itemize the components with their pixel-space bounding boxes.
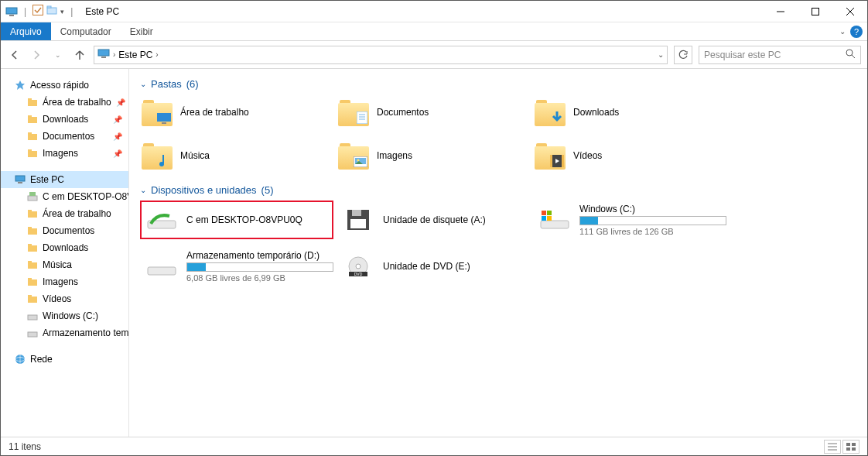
device-unidade-de-disquete-a-[interactable]: Unidade de disquete (A:) [337, 201, 530, 239]
tab-view[interactable]: Exibir [121, 22, 162, 40]
folder-icon [338, 140, 369, 171]
pin-icon: 📌 [113, 149, 122, 158]
folder-label: Música [180, 150, 210, 161]
minimize-button[interactable] [763, 1, 798, 22]
star-icon [15, 80, 26, 91]
folder-icon [27, 225, 38, 236]
folder-icon [27, 259, 38, 270]
svg-rect-43 [157, 113, 171, 122]
ribbon-expand-icon[interactable]: ⌄ [839, 27, 846, 36]
folder-imagens[interactable]: Imagens [337, 138, 530, 173]
address-dropdown-icon[interactable]: ⌄ [658, 50, 664, 59]
folder--rea-de-trabalho[interactable]: Área de trabalho [140, 94, 333, 130]
svg-rect-26 [28, 211, 37, 218]
svg-rect-15 [28, 98, 32, 100]
folder-m-sica[interactable]: Música [140, 138, 333, 173]
sidebar-item-v-deos[interactable]: Vídeos [1, 290, 128, 307]
sidebar-item-label: C em DESKTOP-O8VPU0Q [43, 191, 129, 202]
titlebar: | ▾ | Este PC [1, 1, 867, 22]
chevron-right-icon[interactable]: › [155, 50, 158, 59]
search-input[interactable]: Pesquisar este PC [699, 46, 861, 64]
window-controls [763, 1, 867, 22]
qat-checkbox-icon[interactable] [32, 5, 43, 18]
sidebar-item-área-de-trabalho[interactable]: Área de trabalho📌 [1, 94, 128, 111]
device-unidade-de-dvd-e-[interactable]: DVDUnidade de DVD (E:) [337, 247, 530, 286]
folder-label: Imagens [377, 150, 412, 161]
svg-rect-38 [28, 315, 37, 320]
tab-file[interactable]: Arquivo [1, 22, 51, 40]
up-button[interactable] [72, 47, 87, 63]
sidebar-quick-access[interactable]: Acesso rápido [1, 77, 128, 94]
folder-downloads[interactable]: Downloads [533, 94, 726, 130]
sidebar-item-m-sica[interactable]: Música [1, 256, 128, 273]
svg-point-68 [356, 264, 361, 269]
section-devices-header[interactable]: ⌄ Dispositivos e unidades (5) [140, 184, 856, 196]
sidebar-item-armazenamento-tempor-rio-d-[interactable]: Armazenamento temporário (D:) [1, 324, 128, 341]
recent-dropdown[interactable]: ⌄ [50, 47, 66, 63]
svg-rect-39 [28, 332, 37, 337]
tab-computer[interactable]: Computador [51, 22, 121, 40]
section-folders-header[interactable]: ⌄ Pastas (6) [140, 78, 856, 90]
svg-rect-24 [28, 196, 37, 201]
sidebar-item-downloads[interactable]: Downloads [1, 239, 128, 256]
sidebar-item--rea-de-trabalho[interactable]: Área de trabalho [1, 205, 128, 222]
address-bar[interactable]: › Este PC › ⌄ [94, 46, 668, 64]
hdd-icon [146, 255, 177, 278]
sidebar-item-windows-c-[interactable]: Windows (C:) [1, 307, 128, 324]
close-button[interactable] [832, 1, 867, 22]
sidebar-item-documentos[interactable]: Documentos [1, 222, 128, 239]
folder-v-deos[interactable]: Vídeos [533, 138, 726, 173]
device-c-em-desktop-o8vpu0q[interactable]: C em DESKTOP-O8VPU0Q [140, 201, 333, 239]
sidebar-item-label: Imagens [43, 276, 78, 287]
folder-label: Vídeos [573, 150, 602, 161]
search-placeholder: Pesquisar este PC [704, 50, 781, 60]
sidebar-item-downloads[interactable]: Downloads📌 [1, 111, 128, 128]
titlebar-left: | ▾ | Este PC [1, 5, 119, 18]
section-count: (5) [261, 184, 274, 196]
view-details-button[interactable] [824, 440, 841, 454]
folder-icon [27, 97, 38, 108]
svg-rect-55 [562, 155, 564, 167]
qat-separator: | [24, 6, 26, 17]
svg-rect-66 [148, 267, 176, 275]
qat-dropdown-icon[interactable]: ▾ [60, 8, 64, 15]
sidebar-item-label: Armazenamento temporário (D:) [43, 327, 129, 338]
sidebar-item-imagens[interactable]: Imagens [1, 273, 128, 290]
svg-rect-62 [542, 211, 546, 215]
refresh-button[interactable] [674, 46, 692, 64]
sidebar-item-documentos[interactable]: Documentos📌 [1, 128, 128, 145]
sidebar-item-c-em-desktop-o8vpu0q[interactable]: C em DESKTOP-O8VPU0Q [1, 188, 128, 205]
sidebar-item-label: Acesso rápido [30, 80, 89, 91]
folder-documentos[interactable]: Documentos [337, 94, 530, 130]
svg-rect-29 [28, 227, 32, 228]
forward-button[interactable] [29, 47, 44, 63]
sidebar: Acesso rápido Área de trabalho📌Downloads… [1, 69, 129, 437]
qat-new-folder-icon[interactable] [46, 5, 57, 18]
device-armazenamento-tempor-rio-d-[interactable]: Armazenamento temporário (D:)6,08 GB liv… [140, 247, 333, 286]
back-button[interactable] [7, 47, 22, 63]
section-count: (6) [186, 78, 199, 90]
sidebar-network[interactable]: Rede [1, 351, 128, 368]
svg-rect-23 [18, 182, 22, 183]
sidebar-this-pc[interactable]: Este PC [1, 171, 128, 188]
maximize-button[interactable] [798, 1, 832, 22]
svg-rect-6 [812, 8, 818, 15]
device-label: Unidade de DVD (E:) [383, 261, 470, 272]
help-icon[interactable]: ? [850, 26, 863, 38]
breadcrumb-this-pc[interactable]: Este PC [118, 50, 152, 60]
sidebar-item-imagens[interactable]: Imagens📌 [1, 145, 128, 162]
svg-rect-76 [846, 447, 850, 451]
svg-rect-37 [28, 295, 32, 297]
svg-rect-34 [28, 279, 37, 286]
folder-icon [27, 148, 38, 159]
storage-sub: 111 GB livres de 126 GB [579, 227, 726, 236]
svg-rect-75 [852, 443, 856, 446]
device-windows-c-[interactable]: Windows (C:)111 GB livres de 126 GB [533, 201, 726, 239]
view-large-icons-button[interactable] [842, 440, 859, 454]
netdrive-icon [146, 208, 177, 231]
svg-rect-25 [29, 192, 36, 196]
chevron-right-icon[interactable]: › [113, 50, 115, 59]
device-label: Armazenamento temporário (D:) [186, 250, 333, 261]
ribbon-tabs: Arquivo Computador Exibir ⌄ ? [1, 22, 867, 41]
svg-rect-28 [28, 228, 37, 235]
